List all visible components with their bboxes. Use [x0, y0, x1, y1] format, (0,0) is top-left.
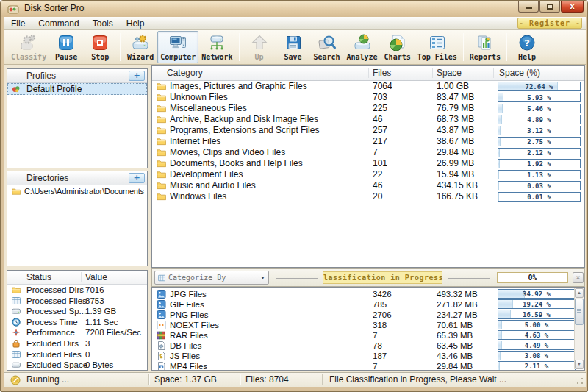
chevron-down-icon: ▼ — [260, 271, 265, 284]
statusbar-message: File Classification in Progress, Please … — [329, 373, 506, 387]
search-button[interactable]: Search — [310, 31, 344, 63]
status-row: Processed Sp...1.39 GB — [7, 306, 147, 317]
category-row[interactable]: Music and Audio Files46434.15 KB0.03 % — [152, 180, 584, 191]
img-file-icon — [157, 290, 166, 299]
status-value: 0 Bytes — [85, 360, 113, 371]
extension-files: 2706 — [373, 310, 392, 320]
toolbar-separator — [120, 33, 121, 61]
space-col-header[interactable]: Space — [437, 66, 462, 80]
computer-button[interactable]: Computer — [157, 31, 198, 63]
resize-grip[interactable] — [576, 377, 584, 385]
maximize-button[interactable] — [539, 1, 560, 13]
close-progress-button[interactable]: ✕ — [573, 272, 584, 283]
status-label: Processed Dirs — [26, 285, 84, 296]
scrollbar-thumb[interactable] — [575, 299, 584, 325]
network-button[interactable]: Network — [198, 31, 235, 63]
category-files: 7064 — [373, 81, 392, 92]
extension-row[interactable]: NOEXT Files31870.61 MB5.00 % — [152, 320, 584, 330]
space-pct-col-header[interactable]: Space (%) — [499, 66, 540, 80]
extension-row[interactable]: DB Files7863.45 MB4.49 % — [152, 341, 584, 351]
category-row[interactable]: Images, Pictures and Graphic Files70641.… — [152, 81, 584, 92]
charts-icon — [388, 33, 407, 52]
menu-command[interactable]: Command — [32, 18, 85, 29]
extension-files: 7 — [373, 330, 377, 341]
save-button[interactable]: Save — [276, 31, 310, 63]
category-space: 76.79 MB — [437, 103, 474, 114]
folder-icon — [12, 285, 21, 294]
category-files: 22 — [373, 169, 382, 180]
status-label: Excluded Dirs — [26, 338, 79, 349]
add-profile-button[interactable]: + — [129, 71, 145, 81]
space-percent-bar: 2.75 % — [498, 137, 581, 146]
toolbar-label: Classify — [11, 53, 46, 61]
category-space: 26.99 MB — [437, 158, 474, 169]
toolbar-label: Up — [254, 53, 263, 61]
category-row[interactable]: Movies, Clips and Video Files729.84 MB2.… — [152, 147, 584, 158]
space-percent-bar: 1.92 % — [498, 159, 581, 168]
category-row[interactable]: Programs, Extensions and Script Files257… — [152, 125, 584, 136]
column-divider — [493, 68, 494, 78]
titlebar[interactable]: Disk Sorter Pro x — [1, 1, 588, 17]
category-row[interactable]: Development Files2215.94 MB1.13 % — [152, 169, 584, 180]
category-row[interactable]: Miscellaneous Files22576.79 MB5.46 % — [152, 103, 584, 114]
directories-title: Directories — [26, 171, 68, 185]
top-files-button[interactable]: Top Files — [415, 31, 460, 63]
folder-icon — [157, 115, 166, 124]
status-value: 7016 — [85, 285, 104, 296]
stop-button[interactable]: Stop — [83, 31, 117, 63]
categorize-dropdown[interactable]: Categorize By Extension ▼ — [154, 271, 269, 285]
extension-name: PNG Files — [170, 310, 208, 320]
category-name: Internet Files — [170, 136, 220, 147]
space-percent-bar: 4.49 % — [498, 341, 576, 350]
add-directory-button[interactable]: + — [129, 173, 145, 183]
category-space: 434.15 KB — [437, 180, 478, 191]
statusbar-files: Files: 8704 — [245, 373, 289, 387]
extension-name: GIF Files — [170, 299, 204, 310]
menu-file[interactable]: File — [4, 18, 32, 29]
up-button: Up — [243, 31, 276, 63]
extension-row[interactable]: RAR Files765.39 MB4.63 % — [152, 330, 584, 341]
extension-name: RAR Files — [170, 330, 208, 341]
reports-icon — [476, 33, 495, 52]
category-row[interactable]: Unknown Files70383.47 MB5.93 % — [152, 92, 584, 103]
statusbar-divider — [148, 374, 149, 385]
extension-row[interactable]: PNG Files2706234.27 MB16.59 % — [152, 310, 584, 320]
status-label: Performance — [26, 327, 75, 338]
extension-files: 78 — [373, 341, 382, 351]
reports-button[interactable]: Reports — [467, 31, 503, 63]
toolbar-label: Reports — [470, 53, 501, 61]
register-button[interactable]: - Register - — [517, 18, 582, 29]
menu-help[interactable]: Help — [120, 18, 151, 29]
extension-row[interactable]: MP4 Files729.84 MB2.11 % — [152, 361, 584, 371]
extension-row[interactable]: GIF Files785271.82 MB19.24 % — [152, 299, 584, 310]
wizard-button[interactable]: Wizard — [123, 31, 157, 63]
extension-row[interactable]: JPG Files3426493.32 MB34.92 % — [152, 289, 584, 299]
help-button[interactable]: ?Help — [510, 31, 544, 63]
pause-button[interactable]: Pause — [49, 31, 83, 63]
scrollbar[interactable]: ▲ ▼ — [574, 288, 584, 369]
status-value: 7208 Files/Sec — [85, 327, 141, 338]
profile-item[interactable]: Default Profile — [7, 83, 147, 95]
directory-item[interactable]: C:\Users\Administrator\Documents — [7, 185, 147, 197]
category-row[interactable]: Internet Files21738.67 MB2.75 % — [152, 136, 584, 147]
close-button[interactable]: x — [561, 1, 584, 13]
charts-button[interactable]: Charts — [381, 31, 415, 63]
category-row[interactable]: Archive, Backup and Disk Image Files4668… — [152, 114, 584, 125]
space-percent-bar: 4.63 % — [498, 330, 576, 340]
folder-icon — [157, 104, 166, 113]
profiles-header: Profiles + — [7, 69, 147, 83]
statusbar-space: Space: 1.37 GB — [154, 373, 217, 387]
category-col-header[interactable]: Category — [167, 66, 203, 80]
category-row[interactable]: Documents, Books and Help Files10126.99 … — [152, 158, 584, 169]
scroll-up-button[interactable]: ▲ — [575, 288, 584, 298]
scroll-down-button[interactable]: ▼ — [575, 360, 584, 369]
status-label: Excluded Space — [26, 360, 87, 371]
extension-row[interactable]: JS Files18743.46 MB3.08 % — [152, 351, 584, 361]
minimize-button[interactable] — [518, 1, 539, 13]
extension-files: 3426 — [373, 289, 392, 299]
files-col-header[interactable]: Files — [373, 66, 391, 80]
category-row[interactable]: Windows Files20166.75 KB0.01 % — [152, 191, 584, 202]
analyze-button[interactable]: Analyze — [344, 31, 381, 63]
space-percent-bar: 2.11 % — [498, 361, 576, 371]
menu-tools[interactable]: Tools — [86, 18, 120, 29]
